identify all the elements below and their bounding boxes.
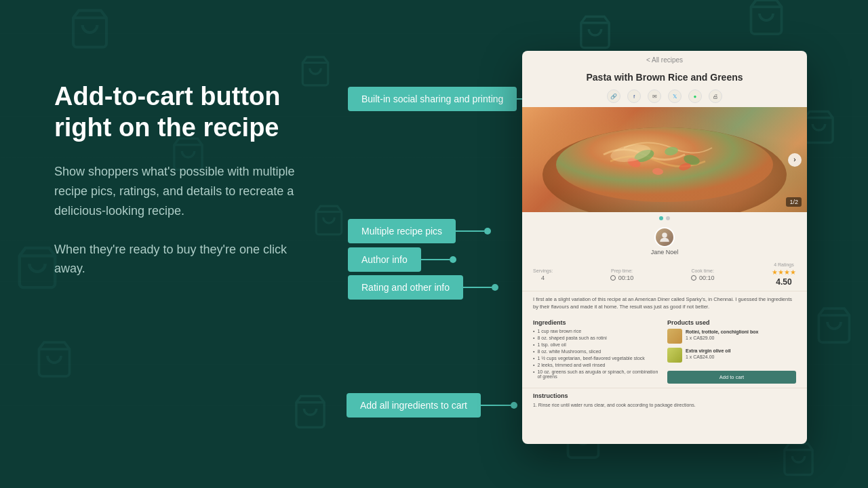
image-counter: 1/2 (786, 197, 802, 207)
annotation-line-cart (481, 405, 511, 406)
ingredient-7: 10 oz. greens such as arugula or spinach… (533, 369, 662, 379)
annotation-line-rating (463, 287, 492, 288)
recipe-image: › 1/2 (522, 107, 807, 212)
ratings-count: 4 Ratings (774, 262, 794, 267)
ingredient-1: 1 cup raw brown rice (533, 329, 662, 333)
annotation-dot-pics (484, 228, 491, 235)
prep-value: 00:10 (610, 274, 634, 281)
share-twitter-icon[interactable]: 𝕏 (668, 89, 682, 103)
ingredient-2: 8 oz. shaped pasta such as rotini (533, 336, 662, 340)
stars: ★★★★ (772, 268, 796, 276)
ingredient-6: 2 leeks, trimmed and well rinsed (533, 363, 662, 367)
annotation-dot-rating (492, 284, 498, 291)
image-next-arrow[interactable]: › (788, 153, 802, 167)
image-dot-2[interactable] (666, 216, 670, 220)
main-heading: Add-to-cart button right on the recipe (54, 81, 312, 143)
annotation-line-author (421, 259, 450, 260)
ingredients-header: Ingredients (533, 319, 662, 326)
annotation-pill-pics: Multiple recipe pics (348, 219, 456, 243)
product-1-info: Rotini, trottole, conchiglioni box 1 x C… (686, 329, 758, 342)
product-2: Extra virgin olive oil 1 x CA$24.00 (667, 348, 796, 363)
share-print-icon[interactable]: 🖨 (709, 89, 722, 103)
prep-label: Prep time: (611, 268, 633, 273)
body-text-1: Show shoppers what's possible with multi… (54, 162, 312, 220)
ingredients-products-section: Ingredients 1 cup raw brown rice 8 oz. s… (522, 315, 807, 388)
svg-point-22 (662, 232, 667, 238)
ingredient-4: 8 oz. white Mushrooms, sliced (533, 349, 662, 354)
add-to-cart-button[interactable]: Add to cart (667, 371, 796, 384)
cook-label: Cook time: (691, 268, 713, 273)
body-text-2: When they're ready to buy they're one cl… (54, 240, 312, 279)
annotation-cart: Add all ingredients to cart (347, 393, 517, 418)
recipe-title: Pasta with Brown Rice and Greens (522, 69, 807, 85)
product-2-info: Extra virgin olive oil 1 x CA$24.00 (686, 348, 731, 361)
product-1: Rotini, trottole, conchiglioni box 1 x C… (667, 329, 796, 344)
product-2-thumb (667, 348, 682, 363)
share-email-icon[interactable]: ✉ (648, 89, 661, 103)
products-header: Products used (667, 319, 796, 326)
annotation-pill-rating: Rating and other info (348, 275, 463, 300)
annotation-dot-cart (511, 402, 517, 409)
image-dots (522, 212, 807, 224)
product-1-name: Rotini, trottole, conchiglioni box (686, 329, 758, 336)
servings-value: 4 (541, 274, 545, 281)
product-2-qty: 1 x CA$24.00 (686, 354, 731, 361)
annotation-pill-cart: Add all ingredients to cart (347, 393, 481, 418)
author-avatar (654, 227, 675, 247)
svg-point-14 (556, 127, 773, 202)
annotation-pill-social: Built-in social sharing and printing (348, 87, 517, 111)
cook-value: 00:10 (691, 274, 715, 281)
author-section: Jane Noel (522, 224, 807, 258)
ingredient-5: 1 ½ cups vegetarian, beef-flavored veget… (533, 356, 662, 361)
product-2-name: Extra virgin olive oil (686, 348, 731, 354)
recipe-meta: Servings: 4 Prep time: 00:10 Cook time: … (522, 258, 807, 291)
share-bar: 🔗 f ✉ 𝕏 ● 🖨 (522, 85, 807, 107)
product-1-qty: 1 x CA$29.00 (686, 335, 758, 342)
image-dot-1[interactable] (659, 216, 663, 220)
recipe-card: < All recipes Pasta with Brown Rice and … (522, 51, 807, 444)
recipe-description: I first ate a slight variation of this r… (522, 291, 807, 315)
share-link-icon[interactable]: 🔗 (607, 89, 620, 103)
rating-meta: 4 Ratings ★★★★ 4.50 (772, 262, 796, 287)
annotation-pill-author: Author info (348, 247, 421, 272)
ingredient-3: 1 tsp. olive oil (533, 342, 662, 347)
ingredients-column: Ingredients 1 cup raw brown rice 8 oz. s… (533, 319, 662, 384)
servings-meta: Servings: 4 (533, 268, 553, 281)
back-nav-text: < All recipes (646, 56, 683, 64)
annotation-multiple-pics: Multiple recipe pics (348, 219, 491, 243)
servings-label: Servings: (533, 268, 553, 273)
cook-meta: Cook time: 00:10 (691, 268, 715, 281)
left-panel: Add-to-cart button right on the recipe S… (54, 81, 312, 298)
product-1-thumb (667, 329, 682, 344)
instruction-1: 1. Rinse rice until water runs clear, an… (533, 402, 796, 409)
prep-meta: Prep time: 00:10 (610, 268, 634, 281)
instructions-header: Instructions (533, 392, 796, 399)
prep-clock-icon (610, 275, 616, 281)
rating-value: 4.50 (776, 277, 791, 287)
recipe-back-nav[interactable]: < All recipes (522, 51, 807, 69)
author-name: Jane Noel (651, 249, 679, 256)
annotation-rating: Rating and other info (348, 275, 498, 300)
products-column: Products used Rotini, trottole, conchigl… (667, 319, 796, 384)
cook-clock-icon (691, 275, 696, 281)
share-whatsapp-icon[interactable]: ● (688, 89, 702, 103)
annotation-author: Author info (348, 247, 456, 272)
annotation-dot-author (450, 256, 456, 263)
annotation-line-pics (456, 230, 484, 232)
share-facebook-icon[interactable]: f (627, 89, 641, 103)
instructions-section: Instructions 1. Rinse rice until water r… (522, 388, 807, 413)
